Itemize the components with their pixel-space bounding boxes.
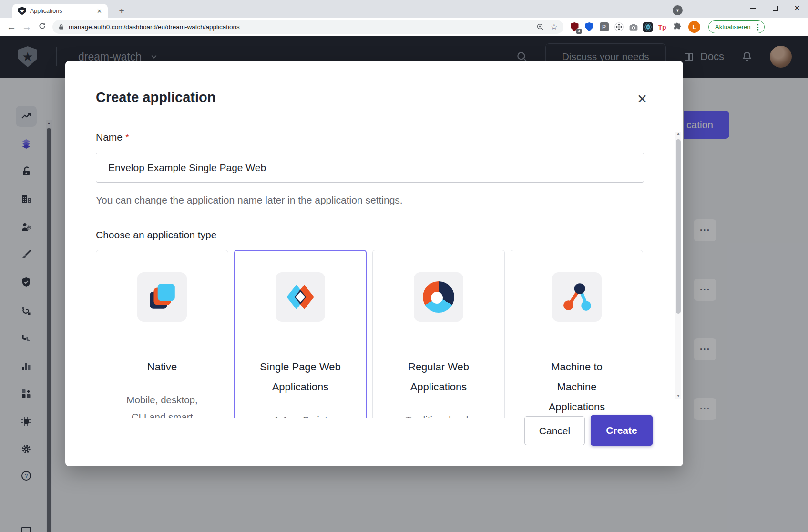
forward-icon[interactable]: →: [19, 21, 34, 32]
browser-toolbar: ← → manage.auth0.com/dashboard/eu/dream-…: [0, 18, 808, 36]
app-type-card-regular-web[interactable]: Regular Web Applications Traditional web: [372, 250, 505, 418]
reload-icon[interactable]: [34, 21, 50, 32]
address-bar[interactable]: manage.auth0.com/dashboard/eu/dream-watc…: [52, 20, 563, 34]
update-chevron-icon[interactable]: ▼: [673, 5, 683, 15]
rwa-donut-icon: [414, 272, 463, 322]
puzzle-extensions-icon[interactable]: [672, 22, 682, 32]
ublock-icon[interactable]: 4: [569, 22, 580, 32]
card-title: Single Page Web Applications: [235, 357, 366, 397]
card-title: Machine to Machine Applications: [511, 357, 643, 417]
privacy-p-icon[interactable]: P: [599, 22, 609, 32]
modal-scrollbar[interactable]: ▲ ▼: [675, 132, 681, 399]
browser-titlebar: ★ Applications ✕ + ▼ ✕: [0, 0, 808, 18]
auth0-shield-favicon: ★: [18, 7, 26, 15]
native-stack-icon: [137, 272, 187, 322]
browser-menu-icon[interactable]: ⋮: [754, 23, 761, 31]
card-description: A JavaScript: [235, 411, 366, 418]
tab-close-icon[interactable]: ✕: [95, 8, 104, 15]
minimize-icon[interactable]: [742, 0, 764, 16]
spa-diamonds-icon: [276, 272, 325, 322]
application-name-input[interactable]: [96, 153, 644, 183]
scroll-up-icon[interactable]: ▲: [675, 132, 681, 136]
tampermonkey-icon[interactable]: Tp: [657, 22, 667, 32]
zoom-icon[interactable]: [536, 23, 545, 31]
name-label: Name *: [96, 132, 129, 143]
maximize-icon[interactable]: [764, 0, 786, 16]
tab-title: Applications: [30, 8, 95, 14]
create-application-modal: Create application ✕ Name * You can chan…: [65, 61, 683, 466]
bitwarden-icon[interactable]: [584, 22, 594, 32]
browser-profile-avatar[interactable]: L: [688, 21, 700, 33]
card-title: Regular Web Applications: [373, 357, 504, 397]
cancel-button[interactable]: Cancel: [524, 416, 585, 445]
app-type-card-spa[interactable]: Single Page Web Applications A JavaScrip…: [234, 250, 367, 418]
url-text[interactable]: manage.auth0.com/dashboard/eu/dream-watc…: [69, 23, 536, 31]
browser-tab-applications[interactable]: ★ Applications ✕: [12, 4, 108, 18]
application-type-cards: Native Mobile, desktop, CLI and smart Si…: [96, 250, 644, 418]
card-description: Mobile, desktop, CLI and smart: [96, 391, 228, 418]
required-asterisk: *: [125, 132, 129, 143]
react-icon[interactable]: [643, 22, 653, 32]
card-title: Native: [96, 357, 228, 377]
new-tab-button[interactable]: +: [115, 5, 128, 18]
modal-close-icon[interactable]: ✕: [634, 91, 651, 108]
scroll-down-icon[interactable]: ▼: [675, 394, 681, 398]
app-type-card-native[interactable]: Native Mobile, desktop, CLI and smart: [96, 250, 228, 418]
m2m-nodes-icon: [552, 272, 602, 322]
choose-type-label: Choose an application type: [96, 229, 216, 241]
modal-title: Create application: [96, 90, 215, 105]
app-type-card-m2m[interactable]: Machine to Machine Applications: [511, 250, 643, 418]
create-button[interactable]: Create: [591, 415, 653, 446]
name-help-text: You can change the application name late…: [96, 194, 403, 206]
extensions-strip: 4 P Tp L Aktualisieren ⋮: [569, 20, 765, 33]
camera-icon[interactable]: [628, 22, 639, 32]
auth0-app: ★ dream-watch Discuss your needs Docs: [0, 36, 808, 532]
window-controls: ✕: [742, 0, 808, 16]
back-icon[interactable]: ←: [4, 21, 19, 32]
update-button[interactable]: Aktualisieren ⋮: [708, 20, 765, 33]
scrollbar-thumb[interactable]: [676, 139, 681, 314]
close-icon[interactable]: ✕: [786, 0, 808, 16]
move-icon[interactable]: [614, 22, 624, 32]
lock-icon: [58, 23, 64, 31]
star-bookmark-icon[interactable]: ☆: [551, 22, 558, 32]
card-description: Traditional web: [373, 411, 504, 418]
